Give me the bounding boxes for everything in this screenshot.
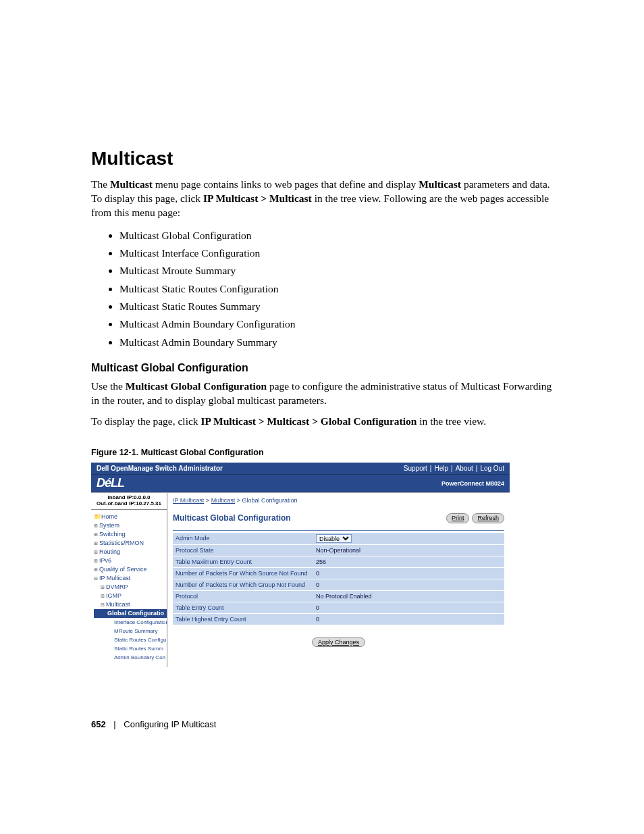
value-protocol: No Protocol Enabled <box>313 590 504 602</box>
label-admin-mode: Admin Mode <box>173 533 313 545</box>
label-src-nf: Number of Packets For Which Source Not F… <box>173 567 313 579</box>
text-bold: Multicast Global Configuration <box>126 380 267 392</box>
crumb-multicast[interactable]: Multicast <box>211 497 236 504</box>
row-tec: Table Entry Count 0 <box>173 602 504 613</box>
row-max-entry: Table Maximum Entry Count 256 <box>173 556 504 567</box>
tree-global-config[interactable]: Global Configuratio <box>94 609 167 618</box>
logout-link[interactable]: Log Out <box>480 465 504 472</box>
crumb-current: Global Configuration <box>242 497 297 504</box>
label-tec: Table Entry Count <box>173 602 313 613</box>
display-paragraph: To display the page, click IP Multicast … <box>91 415 553 429</box>
top-nav: Support | Help | About | Log Out <box>404 465 504 472</box>
footer-sep: | <box>113 719 115 729</box>
app-title: Dell OpenManage Switch Administrator <box>97 465 223 472</box>
tree-multicast[interactable]: Multicast <box>94 600 167 609</box>
figure-caption: Figure 12-1. Multicast Global Configurat… <box>91 448 553 457</box>
list-item: Multicast Admin Boundary Configuration <box>119 315 553 333</box>
label-thec: Table Highest Entry Count <box>173 613 313 625</box>
value-max-entry: 256 <box>313 556 504 567</box>
support-link[interactable]: Support <box>404 465 427 472</box>
value-grp-nf: 0 <box>313 579 504 590</box>
tree-igmp[interactable]: IGMP <box>94 592 167 600</box>
inband-ip: Inband IP:0.0.0.0 <box>91 494 167 500</box>
text-bold: Multicast <box>419 178 461 190</box>
tree-system[interactable]: System <box>94 521 167 530</box>
label-max-entry: Table Maximum Entry Count <box>173 556 313 567</box>
tree-static-routes-summary[interactable]: Static Routes Summ <box>94 644 167 653</box>
label-grp-nf: Number of Packets For Which Group Not Fo… <box>173 579 313 590</box>
text: Use the <box>91 380 126 392</box>
tree-switching[interactable]: Switching <box>94 530 167 539</box>
apply-changes-button[interactable]: Apply Changes <box>312 637 365 647</box>
value-src-nf: 0 <box>313 567 504 579</box>
row-protocol: Protocol No Protocol Enabled <box>173 590 504 602</box>
text-bold: IP Multicast > Multicast > Global Config… <box>200 415 417 427</box>
row-thec: Table Highest Entry Count 0 <box>173 613 504 625</box>
bullet-list: Multicast Global Configuration Multicast… <box>91 227 553 351</box>
breadcrumb: IP Multicast > Multicast > Global Config… <box>173 497 504 504</box>
admin-mode-select[interactable]: Disable <box>316 534 352 543</box>
row-admin-mode: Admin Mode Disable <box>173 533 504 545</box>
crumb-ip-multicast[interactable]: IP Multicast <box>173 497 204 504</box>
page-heading: Multicast <box>91 149 553 170</box>
list-item: Multicast Admin Boundary Summary <box>119 334 553 351</box>
nav-sidebar: Inband IP:0.0.0.0 Out-of-band IP:10.27.5… <box>91 493 167 667</box>
tree-mroute-summary[interactable]: MRoute Summary <box>94 627 167 635</box>
print-button[interactable]: Print <box>446 513 470 523</box>
row-src-nf: Number of Packets For Which Source Not F… <box>173 567 504 579</box>
chapter-title: Configuring IP Multicast <box>124 719 216 729</box>
value-tec: 0 <box>313 602 504 613</box>
refresh-button[interactable]: Refresh <box>472 513 504 523</box>
tree-admin-boundary-config[interactable]: Admin Boundary Con <box>94 653 167 662</box>
page-footer: 652 | Configuring IP Multicast <box>91 719 216 729</box>
value-protocol-state: Non-Operational <box>313 544 504 556</box>
model-label: PowerConnect M8024 <box>441 480 504 487</box>
divider <box>173 530 504 531</box>
list-item: Multicast Global Configuration <box>119 227 553 244</box>
text-bold: Multicast <box>110 178 153 190</box>
tree-stats[interactable]: Statistics/RMON <box>94 539 167 548</box>
list-item: Multicast Static Routes Configuration <box>119 280 553 298</box>
tree-interface-config[interactable]: Interface Configuration <box>94 618 167 627</box>
page-number: 652 <box>91 719 106 729</box>
tree-static-routes-config[interactable]: Static Routes Configu <box>94 635 167 644</box>
dell-logo: DéLL <box>97 476 124 490</box>
tree-ipv6[interactable]: IPv6 <box>94 556 167 565</box>
list-item: Multicast Interface Configuration <box>119 244 553 262</box>
about-link[interactable]: About <box>456 465 473 472</box>
row-protocol-state: Protocol State Non-Operational <box>173 544 504 556</box>
tree-dvmrp[interactable]: DVMRP <box>94 583 167 592</box>
tree-routing[interactable]: Routing <box>94 548 167 556</box>
help-link[interactable]: Help <box>434 465 448 472</box>
value-admin-mode: Disable <box>313 533 504 545</box>
main-panel: IP Multicast > Multicast > Global Config… <box>167 493 510 667</box>
oob-ip: Out-of-band IP:10.27.5.31 <box>91 500 167 506</box>
text: To display the page, click <box>91 415 200 427</box>
screenshot-panel: Dell OpenManage Switch Administrator Sup… <box>91 463 510 667</box>
logo-row: DéLL PowerConnect M8024 <box>91 474 510 492</box>
text-bold: IP Multicast > Multicast <box>203 192 312 204</box>
app-titlebar: Dell OpenManage Switch Administrator Sup… <box>91 463 510 474</box>
config-table: Admin Mode Disable Protocol State Non-Op… <box>173 533 504 625</box>
list-item: Multicast Static Routes Summary <box>119 298 553 315</box>
text: in the tree view. <box>417 415 486 427</box>
text: menu page contains links to web pages th… <box>153 178 419 190</box>
list-item: Multicast Mroute Summary <box>119 262 553 280</box>
intro-paragraph: The Multicast menu page contains links t… <box>91 178 553 220</box>
nav-tree: 📁Home System Switching Statistics/RMON R… <box>91 510 167 662</box>
ip-info: Inband IP:0.0.0.0 Out-of-band IP:10.27.5… <box>91 493 167 510</box>
label-protocol-state: Protocol State <box>173 544 313 556</box>
sub-heading: Multicast Global Configuration <box>91 362 553 374</box>
row-grp-nf: Number of Packets For Which Group Not Fo… <box>173 579 504 590</box>
sub-paragraph: Use the Multicast Global Configuration p… <box>91 380 553 408</box>
tree-home[interactable]: 📁Home <box>94 513 167 521</box>
panel-title: Multicast Global Configuration <box>173 513 291 523</box>
tree-ipmulticast[interactable]: IP Multicast <box>94 574 167 583</box>
value-thec: 0 <box>313 613 504 625</box>
tree-qos[interactable]: Quality of Service <box>94 565 167 574</box>
label-protocol: Protocol <box>173 590 313 602</box>
text: The <box>91 178 110 190</box>
